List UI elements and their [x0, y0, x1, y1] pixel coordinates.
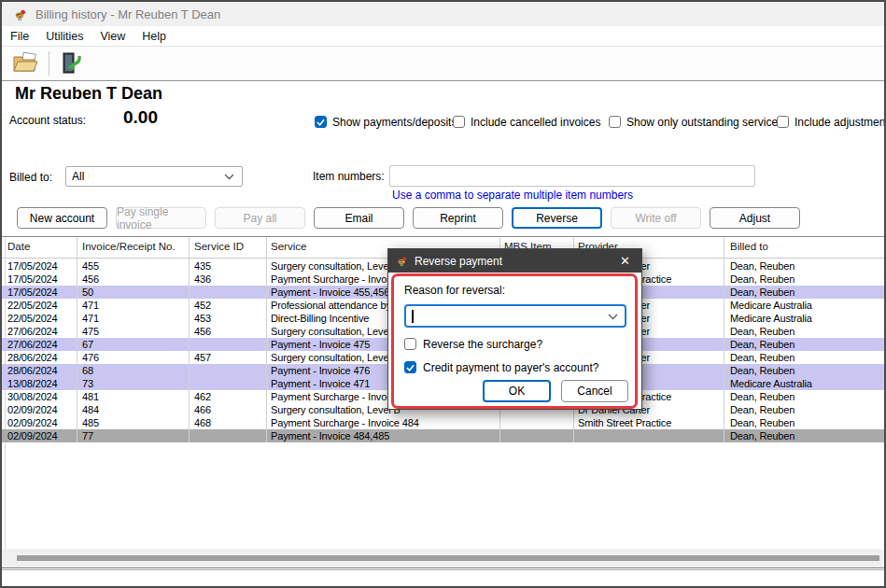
cell-invoice: 471 [82, 300, 99, 311]
reprint-button[interactable]: Reprint [413, 207, 503, 229]
column-separator [77, 237, 77, 442]
cell-invoice: 456 [82, 273, 99, 285]
billed-to-value: All [72, 170, 224, 183]
cell-service-id: 466 [194, 404, 211, 415]
menu-file[interactable]: File [2, 30, 37, 43]
cell-date: 02/09/2024 [7, 430, 58, 441]
cell-billed-to: Dean, Reuben [730, 430, 795, 441]
cell-invoice: 475 [82, 326, 99, 337]
cell-invoice: 484 [82, 404, 99, 415]
filter-checkbox-label-2: Show only outstanding services [626, 116, 783, 129]
item-numbers-hint: Use a comma to separate multiple item nu… [392, 189, 633, 202]
menu-view[interactable]: View [91, 30, 134, 43]
open-folder-icon[interactable] [11, 51, 39, 76]
cell-service-id: 456 [194, 326, 211, 337]
cell-invoice: 481 [82, 391, 99, 402]
filter-checkbox-0[interactable] [315, 116, 327, 128]
app-bird-icon [13, 7, 27, 21]
cell-billed-to: Dean, Reuben [730, 287, 795, 298]
cell-billed-to: Medicare Australia [730, 378, 812, 389]
cell-date: 17/05/2024 [7, 273, 58, 285]
cell-invoice: 68 [82, 365, 93, 376]
chevron-down-icon [224, 174, 234, 180]
cell-billed-to: Dean, Reuben [730, 273, 795, 285]
filter-checkbox-2[interactable] [609, 116, 621, 128]
filter-checkbox-3[interactable] [777, 116, 789, 128]
ok-button[interactable]: OK [483, 380, 551, 402]
cell-service: Payment - Invoice 475 [271, 339, 370, 350]
cell-service: Payment - Invoice 455,456 [271, 287, 389, 298]
cell-invoice: 471 [82, 313, 99, 324]
new-account-button[interactable]: New account [17, 207, 107, 229]
credit-payer-label: Credit payment to payer's account? [423, 361, 598, 374]
filter-checkbox-row: Show payments/depositsInclude cancelled … [2, 115, 884, 130]
item-numbers-label: Item numbers: [313, 170, 385, 183]
cell-date: 28/06/2024 [7, 365, 58, 376]
toolbar [2, 47, 884, 81]
cell-billed-to: Medicare Australia [730, 313, 812, 324]
write-off-button: Write off [611, 207, 701, 229]
column-header-service[interactable]: Service [271, 241, 306, 252]
reverse-surcharge-checkbox[interactable] [404, 338, 416, 350]
dialog-bird-icon [396, 255, 408, 267]
filter-checkbox-1[interactable] [453, 116, 465, 128]
cancel-button[interactable]: Cancel [561, 380, 628, 402]
cell-billed-to: Dean, Reuben [730, 326, 795, 337]
pay-all-button: Pay all [215, 207, 305, 229]
column-separator [189, 237, 190, 442]
window-titlebar: Billing history - Mr Reuben T Dean [2, 2, 884, 26]
cell-service: Surgery consultation, Level B [271, 352, 401, 363]
exit-door-icon[interactable] [59, 51, 83, 76]
cell-service: Payment Surcharge - Invoice 484 [271, 417, 419, 428]
item-numbers-input[interactable] [389, 165, 755, 187]
cell-provider: Smith Street Practice [578, 417, 671, 428]
cell-service: Direct-Billing Incentive [271, 313, 369, 324]
cell-billed-to: Dean, Reuben [730, 417, 795, 428]
dialog-close-icon[interactable]: ✕ [616, 253, 634, 269]
billing-history-window: Billing history - Mr Reuben T Dean FileU… [0, 0, 886, 588]
dialog-titlebar[interactable]: Reverse payment ✕ [388, 249, 641, 273]
filter-checkbox-label-3: Include adjustments [795, 116, 886, 129]
window-title: Billing history - Mr Reuben T Dean [35, 7, 220, 21]
statusbar-divider [2, 567, 884, 568]
patient-name: Mr Reuben T Dean [15, 84, 162, 104]
cell-invoice: 476 [82, 352, 99, 363]
billed-to-label: Billed to: [9, 171, 52, 184]
cell-invoice: 73 [82, 378, 93, 389]
cell-billed-to: Dean, Reuben [730, 391, 795, 402]
adjust-button[interactable]: Adjust [710, 207, 800, 229]
cell-service-id: 462 [194, 391, 211, 402]
horizontal-scrollbar[interactable] [2, 549, 884, 567]
filter-checkbox-label-1: Include cancelled invoices [471, 116, 600, 129]
menu-bar: FileUtilitiesViewHelp [2, 26, 884, 47]
column-header-billed-to[interactable]: Billed to [730, 241, 768, 252]
reason-combobox[interactable] [404, 304, 626, 328]
reverse-payment-dialog: Reverse payment ✕ Reason for reversal: R… [387, 248, 642, 410]
table-row[interactable]: 02/09/202477Payment - Invoice 484,485Dea… [2, 429, 884, 442]
reverse-surcharge-label: Reverse the surcharge? [423, 338, 542, 351]
cell-service: Payment - Invoice 484,485 [271, 430, 389, 441]
table-row[interactable]: 02/09/2024485468Payment Surcharge - Invo… [2, 416, 884, 429]
toolbar-separator [49, 51, 49, 76]
chevron-down-icon [608, 314, 618, 320]
text-caret [412, 310, 414, 323]
cell-service: Surgery consultation, Level B [271, 404, 401, 415]
column-header-invoice-receipt-no-[interactable]: Invoice/Receipt No. [82, 241, 176, 252]
cell-billed-to: Dean, Reuben [730, 260, 795, 272]
check-icon [406, 364, 415, 371]
column-header-date[interactable]: Date [7, 241, 30, 252]
reverse-button[interactable]: Reverse [512, 207, 602, 229]
billed-to-select[interactable]: All [65, 166, 243, 187]
menu-help[interactable]: Help [134, 30, 175, 43]
cell-date: 02/09/2024 [7, 404, 58, 415]
cell-date: 22/05/2024 [7, 313, 58, 324]
filter-checkbox-label-0: Show payments/deposits [332, 116, 457, 129]
cell-billed-to: Dean, Reuben [730, 339, 795, 350]
scrollbar-thumb[interactable] [17, 555, 879, 561]
cell-date: 28/06/2024 [7, 352, 58, 363]
cell-billed-to: Medicare Australia [730, 300, 812, 311]
credit-payer-checkbox[interactable] [404, 361, 416, 373]
menu-utilities[interactable]: Utilities [37, 30, 91, 43]
email-button[interactable]: Email [314, 207, 404, 229]
column-header-service-id[interactable]: Service ID [194, 241, 244, 252]
